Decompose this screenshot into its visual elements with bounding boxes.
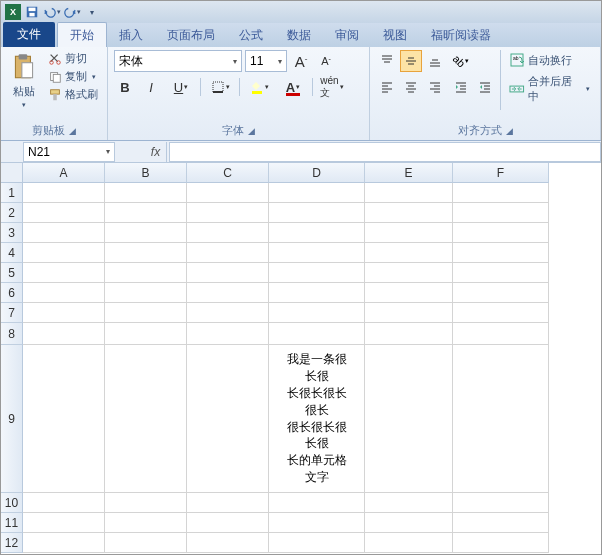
cell-C10[interactable] xyxy=(187,493,269,513)
cell-B8[interactable] xyxy=(105,323,187,345)
cell-E8[interactable] xyxy=(365,323,453,345)
tab-formulas[interactable]: 公式 xyxy=(227,23,275,47)
cell-F10[interactable] xyxy=(453,493,549,513)
cell-C9[interactable] xyxy=(187,345,269,493)
cell-D8[interactable] xyxy=(269,323,365,345)
align-center-button[interactable] xyxy=(400,76,422,98)
fx-button[interactable]: fx xyxy=(145,142,167,162)
cell-C8[interactable] xyxy=(187,323,269,345)
undo-button[interactable]: ▾ xyxy=(43,3,61,21)
copy-button[interactable]: 复制▾ xyxy=(45,68,101,85)
tab-home[interactable]: 开始 xyxy=(57,22,107,47)
cell-D3[interactable] xyxy=(269,223,365,243)
cell-E6[interactable] xyxy=(365,283,453,303)
cell-B5[interactable] xyxy=(105,263,187,283)
cell-B3[interactable] xyxy=(105,223,187,243)
row-header-11[interactable]: 11 xyxy=(1,513,23,533)
row-header-12[interactable]: 12 xyxy=(1,533,23,553)
cell-B6[interactable] xyxy=(105,283,187,303)
cut-button[interactable]: 剪切 xyxy=(45,50,101,67)
align-top-button[interactable] xyxy=(376,50,398,72)
cell-D5[interactable] xyxy=(269,263,365,283)
underline-button[interactable]: U▾ xyxy=(166,76,196,98)
cell-D9[interactable]: 我是一条很 长很 长很长很长 很长 很长很长很 长很 长的单元格 文字 xyxy=(269,345,365,493)
increase-indent-button[interactable] xyxy=(474,76,496,98)
align-bottom-button[interactable] xyxy=(424,50,446,72)
cell-A12[interactable] xyxy=(23,533,105,553)
increase-font-button[interactable]: Aˆ xyxy=(290,50,312,72)
row-header-10[interactable]: 10 xyxy=(1,493,23,513)
phonetic-button[interactable]: wén文▾ xyxy=(317,76,347,98)
cell-F5[interactable] xyxy=(453,263,549,283)
cell-D4[interactable] xyxy=(269,243,365,263)
cell-C4[interactable] xyxy=(187,243,269,263)
name-box[interactable]: N21▾ xyxy=(23,142,115,162)
cell-C1[interactable] xyxy=(187,183,269,203)
row-header-3[interactable]: 3 xyxy=(1,223,23,243)
cell-C12[interactable] xyxy=(187,533,269,553)
cell-F12[interactable] xyxy=(453,533,549,553)
cell-A2[interactable] xyxy=(23,203,105,223)
row-header-6[interactable]: 6 xyxy=(1,283,23,303)
redo-button[interactable]: ▾ xyxy=(63,3,81,21)
paste-button[interactable]: 粘贴 ▾ xyxy=(7,50,41,121)
cell-D1[interactable] xyxy=(269,183,365,203)
cell-A6[interactable] xyxy=(23,283,105,303)
tab-file[interactable]: 文件 xyxy=(3,22,55,47)
cell-E7[interactable] xyxy=(365,303,453,323)
col-header-C[interactable]: C xyxy=(187,163,269,183)
cell-E11[interactable] xyxy=(365,513,453,533)
alignment-launcher[interactable]: ◢ xyxy=(506,126,513,136)
fill-color-button[interactable]: ▾ xyxy=(244,76,274,98)
cell-E1[interactable] xyxy=(365,183,453,203)
tab-review[interactable]: 审阅 xyxy=(323,23,371,47)
wrap-text-button[interactable]: ab 自动换行 xyxy=(505,50,594,70)
row-header-5[interactable]: 5 xyxy=(1,263,23,283)
cell-F7[interactable] xyxy=(453,303,549,323)
align-right-button[interactable] xyxy=(424,76,446,98)
tab-data[interactable]: 数据 xyxy=(275,23,323,47)
cell-D6[interactable] xyxy=(269,283,365,303)
italic-button[interactable]: I xyxy=(140,76,162,98)
cell-E12[interactable] xyxy=(365,533,453,553)
font-name-combo[interactable]: 宋体▾ xyxy=(114,50,242,72)
cell-C5[interactable] xyxy=(187,263,269,283)
cell-F3[interactable] xyxy=(453,223,549,243)
font-size-combo[interactable]: 11▾ xyxy=(245,50,287,72)
save-button[interactable] xyxy=(23,3,41,21)
cell-F1[interactable] xyxy=(453,183,549,203)
col-header-E[interactable]: E xyxy=(365,163,453,183)
col-header-F[interactable]: F xyxy=(453,163,549,183)
col-header-A[interactable]: A xyxy=(23,163,105,183)
decrease-indent-button[interactable] xyxy=(450,76,472,98)
cell-A5[interactable] xyxy=(23,263,105,283)
cell-A3[interactable] xyxy=(23,223,105,243)
cell-A10[interactable] xyxy=(23,493,105,513)
col-header-B[interactable]: B xyxy=(105,163,187,183)
cell-B1[interactable] xyxy=(105,183,187,203)
cell-D10[interactable] xyxy=(269,493,365,513)
font-launcher[interactable]: ◢ xyxy=(248,126,255,136)
cell-B10[interactable] xyxy=(105,493,187,513)
cell-D11[interactable] xyxy=(269,513,365,533)
cell-C3[interactable] xyxy=(187,223,269,243)
row-header-9[interactable]: 9 xyxy=(1,345,23,493)
cell-A7[interactable] xyxy=(23,303,105,323)
cells-area[interactable]: 我是一条很 长很 长很长很长 很长 很长很长很 长很 长的单元格 文字 xyxy=(23,183,601,553)
cell-F2[interactable] xyxy=(453,203,549,223)
decrease-font-button[interactable]: Aˇ xyxy=(315,50,337,72)
align-middle-button[interactable] xyxy=(400,50,422,72)
cell-B4[interactable] xyxy=(105,243,187,263)
cell-A11[interactable] xyxy=(23,513,105,533)
merge-center-button[interactable]: 合并后居中▾ xyxy=(505,72,594,106)
cell-F4[interactable] xyxy=(453,243,549,263)
cell-D2[interactable] xyxy=(269,203,365,223)
clipboard-launcher[interactable]: ◢ xyxy=(69,126,76,136)
cell-F9[interactable] xyxy=(453,345,549,493)
select-all-corner[interactable] xyxy=(1,163,23,183)
cell-E5[interactable] xyxy=(365,263,453,283)
cell-A9[interactable] xyxy=(23,345,105,493)
cell-E4[interactable] xyxy=(365,243,453,263)
cell-E3[interactable] xyxy=(365,223,453,243)
font-color-button[interactable]: A▾ xyxy=(278,76,308,98)
